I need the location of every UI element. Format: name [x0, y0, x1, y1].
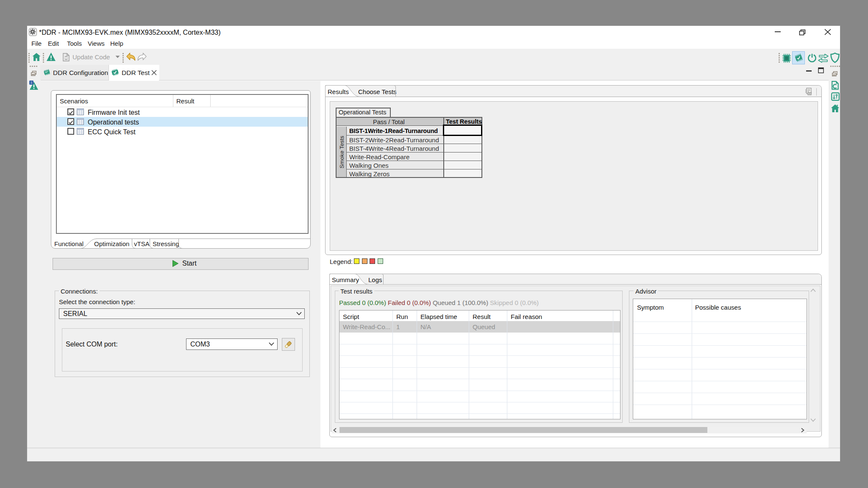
svg-text:i: i: [31, 80, 32, 85]
